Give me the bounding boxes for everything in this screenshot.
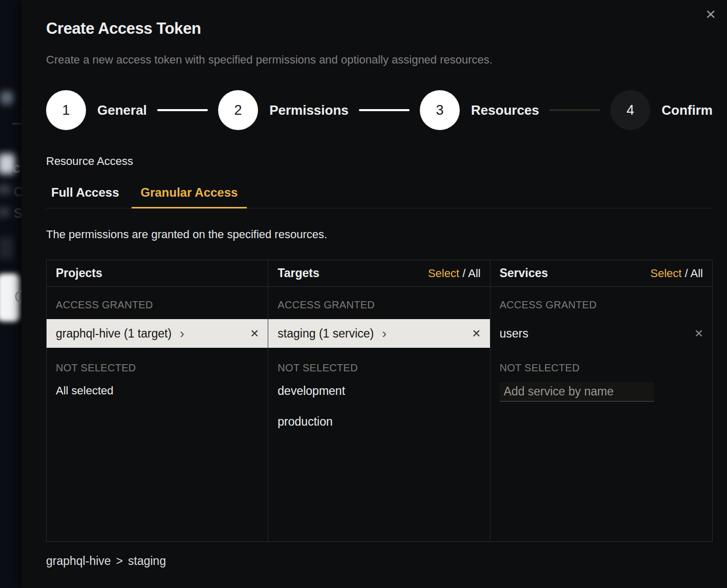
targets-all-link[interactable]: All	[468, 267, 480, 280]
step-confirm[interactable]: 4 Confirm	[610, 90, 713, 130]
select-all-separator: /	[462, 267, 465, 280]
resource-access-heading: Resource Access	[46, 155, 713, 168]
dialog-subtitle: Create a new access token with specified…	[46, 53, 713, 67]
step-connector	[549, 109, 600, 111]
blurred-blob	[0, 207, 10, 217]
wizard-stepper: 1 General 2 Permissions 3 Resources 4 Co…	[46, 90, 713, 130]
breadcrumb: graphql-hive > staging	[46, 554, 713, 568]
select-all-separator: /	[685, 267, 688, 280]
step-label: Resources	[471, 102, 539, 118]
close-icon[interactable]: ×	[705, 5, 716, 23]
not-selected-label: NOT SELECTED	[277, 362, 480, 374]
remove-project-icon[interactable]: ×	[250, 326, 259, 341]
services-column-title: Services	[500, 266, 548, 280]
step-label: Confirm	[661, 102, 713, 118]
background-app-sliver: c O S C	[0, 0, 25, 588]
granted-target-row[interactable]: staging (1 service) › ×	[268, 319, 489, 348]
remove-target-icon[interactable]: ×	[472, 326, 480, 341]
targets-column-header: Targets Select / All	[268, 260, 489, 287]
targets-select-link[interactable]: Select	[428, 267, 459, 280]
step-permissions[interactable]: 2 Permissions	[218, 90, 349, 130]
targets-select-all: Select / All	[428, 267, 481, 280]
targets-column-title: Targets	[277, 266, 319, 280]
resource-selection-table: Projects ACCESS GRANTED graphql-hive (1 …	[46, 260, 713, 542]
step-label: Permissions	[269, 102, 349, 118]
step-connector	[157, 109, 208, 111]
services-column-header: Services Select / All	[490, 260, 712, 287]
services-all-link[interactable]: All	[691, 267, 703, 280]
services-select-all: Select / All	[650, 267, 703, 280]
access-granted-label: ACCESS GRANTED	[500, 299, 703, 311]
create-access-token-dialog: × Create Access Token Create a new acces…	[22, 0, 727, 588]
services-select-link[interactable]: Select	[650, 267, 681, 280]
target-option-production[interactable]: production	[277, 415, 480, 429]
step-connector	[359, 109, 410, 111]
step-number-circle: 4	[610, 90, 650, 130]
granted-service-name: users	[500, 327, 528, 341]
remove-service-icon[interactable]: ×	[695, 326, 703, 341]
blurred-divider	[12, 123, 22, 124]
step-number-circle: 3	[420, 90, 460, 130]
background-glyph: c	[13, 160, 20, 176]
tab-granular-access[interactable]: Granular Access	[136, 185, 243, 208]
services-column: Services Select / All ACCESS GRANTED use…	[490, 260, 712, 541]
step-label: General	[97, 102, 147, 118]
access-mode-tabs: Full Access Granular Access	[46, 185, 713, 208]
chevron-right-icon[interactable]: ›	[382, 327, 387, 340]
projects-all-selected-note: All selected	[56, 384, 259, 397]
step-general[interactable]: 1 General	[46, 90, 147, 130]
breadcrumb-separator: >	[116, 554, 123, 568]
step-number-circle: 2	[218, 90, 258, 130]
breadcrumb-target[interactable]: staging	[128, 554, 166, 568]
granted-service-row: users ×	[490, 319, 712, 348]
not-selected-label: NOT SELECTED	[56, 362, 259, 374]
granted-project-row[interactable]: graphql-hive (1 target) › ×	[47, 319, 268, 348]
projects-column-title: Projects	[56, 266, 102, 280]
target-option-development[interactable]: development	[277, 384, 480, 398]
breadcrumb-project[interactable]: graphql-hive	[46, 554, 111, 568]
blurred-blob	[0, 91, 13, 104]
step-number-circle: 1	[46, 90, 86, 130]
blurred-blob	[0, 237, 13, 259]
not-selected-label: NOT SELECTED	[500, 362, 703, 374]
granted-project-name: graphql-hive (1 target)	[56, 327, 172, 341]
projects-column: Projects ACCESS GRANTED graphql-hive (1 …	[47, 260, 268, 541]
targets-column: Targets Select / All ACCESS GRANTED stag…	[268, 260, 490, 541]
chevron-right-icon[interactable]: ›	[180, 327, 184, 340]
blurred-blob	[0, 184, 11, 195]
add-service-input[interactable]	[500, 382, 654, 402]
access-granted-label: ACCESS GRANTED	[56, 299, 259, 311]
access-granted-label: ACCESS GRANTED	[277, 299, 480, 311]
projects-column-header: Projects	[47, 260, 268, 287]
dialog-title: Create Access Token	[46, 0, 713, 38]
tab-full-access[interactable]: Full Access	[46, 185, 124, 208]
granted-target-name: staging (1 service)	[277, 327, 374, 341]
step-resources[interactable]: 3 Resources	[420, 90, 539, 130]
granular-access-description: The permissions are granted on the speci…	[46, 228, 713, 241]
